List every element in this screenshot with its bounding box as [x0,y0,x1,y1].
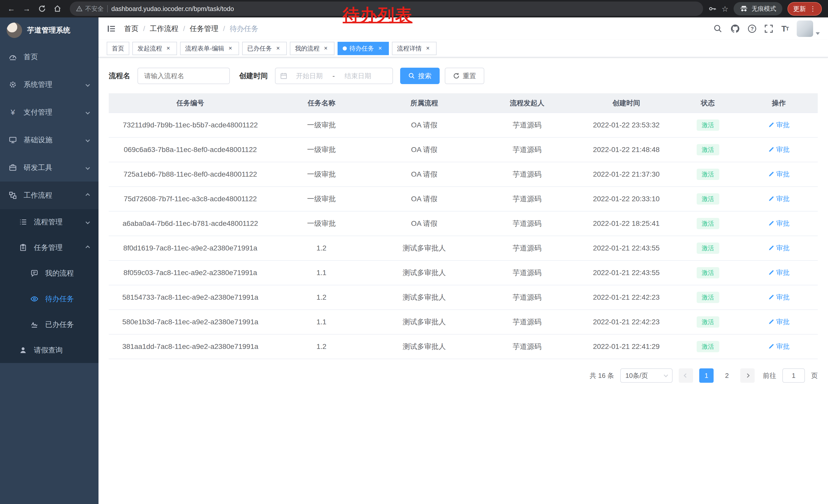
approve-link[interactable]: 审批 [768,145,790,154]
status-badge: 激活 [697,267,719,278]
initiator-cell: 芋道源码 [478,187,577,211]
sidebar-item-process-management[interactable]: 流程管理 [0,209,98,235]
approve-link[interactable]: 审批 [768,317,790,326]
tab-close-icon[interactable]: × [377,45,384,52]
page-size-select[interactable]: 10条/页 [620,368,672,383]
sidebar-item-workflow[interactable]: 工作流程 [0,182,98,209]
user-avatar-menu[interactable] [797,20,820,37]
tab[interactable]: 流程详情 × [392,42,437,55]
reset-button[interactable]: 重置 [445,68,484,84]
tab[interactable]: 我的流程 × [290,42,334,55]
home-button[interactable] [50,2,65,16]
forward-button[interactable]: → [19,2,34,16]
breadcrumb-workflow[interactable]: 工作流程 [150,24,178,34]
initiator-cell: 芋道源码 [478,236,577,261]
sidebar-item-done-tasks[interactable]: 已办任务 [0,312,98,337]
tab-close-icon[interactable]: × [275,45,282,52]
update-chip[interactable]: 更新 ⋮ [787,2,822,16]
approve-link[interactable]: 审批 [768,170,790,179]
next-page-button[interactable] [740,368,755,383]
url-text[interactable]: dashboard.yudao.iocoder.cn/bpm/task/todo [111,5,234,12]
create-time-label: 创建时间 [239,71,268,81]
sidebar-item-payment[interactable]: ¥ 支付管理 [0,98,98,126]
approve-link[interactable]: 审批 [768,243,790,253]
status-badge: 激活 [697,120,719,131]
help-icon[interactable]: ? [748,25,756,33]
tab[interactable]: 首页 [107,42,129,55]
sidebar-item-leave-query[interactable]: 请假查询 [0,337,98,363]
status-cell: 激活 [676,334,740,359]
github-icon[interactable] [731,24,740,33]
sidebar-item-task-management[interactable]: 任务管理 [0,235,98,261]
active-dot [343,46,347,50]
security-warning[interactable]: 不安全 [76,5,104,13]
tab[interactable]: 发起流程 × [132,42,177,55]
status-cell: 激活 [676,113,740,137]
tab[interactable]: 已办任务 × [242,42,287,55]
tab[interactable]: 待办任务 × [338,42,389,55]
table-row: 725a1eb6-7b88-11ec-8ef0-acde48001122 一级审… [109,162,818,187]
avatar[interactable] [797,20,813,37]
task-id-cell: 8f059c03-7ac8-11ec-a9e2-a2380e71991a [109,261,272,285]
header-search-icon[interactable] [714,25,722,33]
tab-close-icon[interactable]: × [424,45,431,52]
breadcrumb-task-management[interactable]: 任务管理 [190,24,218,34]
back-button[interactable]: ← [4,2,18,16]
page-button[interactable]: 2 [720,368,734,383]
breadcrumb-home[interactable]: 首页 [124,24,138,34]
task-name-cell: 一级审批 [272,137,371,162]
sidebar-toggle-icon[interactable] [107,24,116,33]
approve-link[interactable]: 审批 [768,268,790,277]
sidebar-item-my-process[interactable]: 我的流程 [0,261,98,286]
tab[interactable]: 流程表单-编辑 × [180,42,239,55]
app-root: 芋道管理系统 首页 系统管理 ¥ 支付管理 [0,17,828,504]
tab-bar: 首页 发起流程 × 流程表单-编辑 × 已办任务 × 我的流程 [98,40,828,57]
approve-link[interactable]: 审批 [768,219,790,228]
sidebar-item-home[interactable]: 首页 [0,43,98,71]
approve-link[interactable]: 审批 [768,293,790,302]
start-date-input[interactable] [289,72,329,80]
search-icon [408,73,415,79]
password-key-icon[interactable] [708,5,716,13]
page-button[interactable]: 1 [699,368,714,383]
goto-page-input[interactable] [782,368,805,383]
bookmark-star-icon[interactable]: ☆ [721,4,729,13]
end-date-input[interactable] [338,72,378,80]
fullscreen-icon[interactable] [764,25,773,33]
sidebar-item-devtools[interactable]: 研发工具 [0,154,98,182]
date-range-picker[interactable]: - [275,68,393,84]
create-time-cell: 2022-01-21 22:42:23 [577,310,676,334]
search-button[interactable]: 搜索 [400,68,440,84]
sidebar-item-infrastructure[interactable]: 基础设施 [0,126,98,154]
edit-pencil-icon [768,343,774,350]
tab-close-icon[interactable]: × [165,45,172,52]
approve-link[interactable]: 审批 [768,194,790,203]
monitor-icon [8,135,17,145]
menu-dots-icon[interactable]: ⋮ [810,5,816,12]
gear-icon [8,80,17,89]
action-cell: 审批 [740,261,818,285]
process-name-input[interactable] [137,68,230,84]
approve-link[interactable]: 审批 [768,342,790,351]
font-size-icon[interactable]: TT [781,24,788,34]
initiator-cell: 芋道源码 [478,261,577,285]
chevron-up-icon [86,245,90,250]
table-row: a6aba0a4-7b6d-11ec-b781-acde48001122 一级审… [109,211,818,236]
column-header: 创建时间 [577,93,676,113]
prev-page-button[interactable] [679,368,693,383]
task-id-cell: 725a1eb6-7b88-11ec-8ef0-acde48001122 [109,162,272,187]
address-bar[interactable]: 不安全 dashboard.yudao.iocoder.cn/bpm/task/… [70,2,703,16]
incognito-label: 无痕模式 [752,5,776,13]
reload-button[interactable] [35,2,49,16]
tab-close-icon[interactable]: × [322,45,329,52]
sidebar-item-system[interactable]: 系统管理 [0,71,98,98]
sidebar-menu: 首页 系统管理 ¥ 支付管理 基础设施 [0,43,98,363]
process-cell: OA 请假 [371,137,478,162]
total-count: 共 16 条 [590,371,614,380]
status-cell: 激活 [676,236,740,261]
app-logo[interactable]: 芋道管理系统 [0,17,98,43]
column-header: 操作 [740,93,818,113]
tab-close-icon[interactable]: × [227,45,234,52]
sidebar-item-todo-tasks[interactable]: 待办任务 [0,286,98,312]
approve-link[interactable]: 审批 [768,121,790,130]
